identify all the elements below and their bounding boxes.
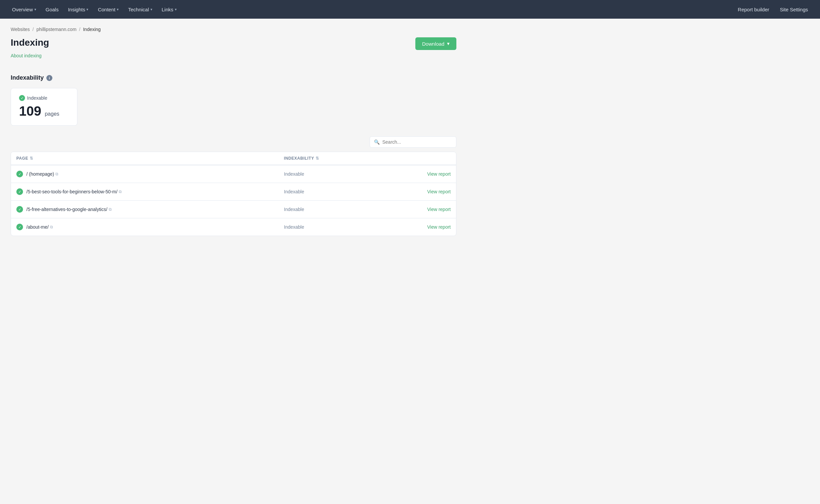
content-chevron-icon: ▾ (117, 7, 119, 12)
page-sort-icon[interactable]: ⇅ (30, 156, 33, 161)
table-header: PAGE ⇅ INDEXABILITY ⇅ (11, 152, 456, 165)
cell-action-2: View report (384, 206, 451, 212)
nav-item-insights[interactable]: Insights ▾ (64, 4, 93, 15)
cell-action-3: View report (384, 224, 451, 230)
page-title: Indexing (11, 37, 49, 48)
nav-item-goals[interactable]: Goals (42, 4, 63, 15)
cell-indexability-1: Indexable (284, 189, 384, 194)
nav-item-links[interactable]: Links ▾ (158, 4, 181, 15)
section-title: Indexability i (11, 74, 456, 81)
row-check-icon-1: ✓ (16, 188, 23, 195)
cell-indexability-0: Indexable (284, 171, 384, 177)
cell-indexability-3: Indexable (284, 224, 384, 230)
cell-indexability-2: Indexable (284, 207, 384, 212)
nav-item-site-settings[interactable]: Site Settings (776, 4, 812, 15)
about-indexing-link[interactable]: About indexing (11, 53, 42, 58)
breadcrumb-websites[interactable]: Websites (11, 27, 30, 32)
indexable-check-icon: ✓ (19, 95, 25, 101)
table-body: ✓ / (homepage) ⧉ Indexable View report ✓… (11, 165, 456, 236)
page-header: Indexing Download ▾ (11, 37, 456, 50)
info-icon[interactable]: i (46, 75, 52, 81)
search-input[interactable] (382, 139, 452, 145)
page-link-0: / (homepage) ⧉ (26, 171, 58, 177)
search-box: 🔍 (370, 136, 456, 148)
indexable-stat-card: ✓ Indexable 109 pages (11, 88, 77, 126)
download-button[interactable]: Download ▾ (415, 37, 456, 50)
technical-chevron-icon: ▾ (150, 7, 152, 12)
search-row: 🔍 (11, 136, 456, 148)
nav-item-technical[interactable]: Technical ▾ (124, 4, 156, 15)
indexability-section: Indexability i ✓ Indexable 109 pages 🔍 (11, 66, 456, 244)
view-report-link-0[interactable]: View report (427, 171, 451, 177)
nav-item-content[interactable]: Content ▾ (94, 4, 123, 15)
nav-item-overview[interactable]: Overview ▾ (8, 4, 40, 15)
stat-label: ✓ Indexable (19, 95, 69, 101)
cell-action-1: View report (384, 189, 451, 195)
view-report-link-1[interactable]: View report (427, 189, 451, 194)
view-report-link-3[interactable]: View report (427, 224, 451, 230)
breadcrumb-domain[interactable]: phillipstemann.com (36, 27, 76, 32)
external-link-icon-0[interactable]: ⧉ (55, 172, 58, 176)
download-chevron-icon: ▾ (447, 41, 450, 47)
cell-page-1: ✓ /5-best-seo-tools-for-beginners-below-… (16, 188, 284, 195)
indexability-sort-icon[interactable]: ⇅ (316, 156, 319, 161)
col-header-page: PAGE ⇅ (16, 156, 284, 161)
page-link-2: /5-free-alternatives-to-google-analytics… (26, 207, 112, 212)
search-icon: 🔍 (374, 139, 380, 145)
page-link-1: /5-best-seo-tools-for-beginners-below-50… (26, 189, 122, 194)
view-report-link-2[interactable]: View report (427, 207, 451, 212)
row-check-icon-3: ✓ (16, 224, 23, 230)
table-row: ✓ /5-best-seo-tools-for-beginners-below-… (11, 183, 456, 201)
cell-page-3: ✓ /about-me/ ⧉ (16, 224, 284, 230)
insights-chevron-icon: ▾ (86, 7, 88, 12)
cell-action-0: View report (384, 171, 451, 177)
links-chevron-icon: ▾ (175, 7, 177, 12)
external-link-icon-3[interactable]: ⧉ (50, 225, 53, 229)
page-link-3: /about-me/ ⧉ (26, 224, 53, 230)
stat-value: 109 pages (19, 104, 69, 119)
breadcrumb-current: Indexing (83, 27, 101, 32)
breadcrumb: Websites / phillipstemann.com / Indexing (11, 27, 456, 32)
table-row: ✓ / (homepage) ⧉ Indexable View report (11, 165, 456, 183)
pages-table: PAGE ⇅ INDEXABILITY ⇅ ✓ / (homepage) ⧉ I… (11, 152, 456, 236)
col-header-indexability: INDEXABILITY ⇅ (284, 156, 384, 161)
table-row: ✓ /about-me/ ⧉ Indexable View report (11, 218, 456, 236)
overview-chevron-icon: ▾ (34, 7, 36, 12)
col-header-action (384, 156, 451, 161)
row-check-icon-2: ✓ (16, 206, 23, 213)
nav-item-report-builder[interactable]: Report builder (734, 4, 773, 15)
breadcrumb-sep-1: / (32, 27, 34, 32)
row-check-icon-0: ✓ (16, 171, 23, 177)
cell-page-0: ✓ / (homepage) ⧉ (16, 171, 284, 177)
table-row: ✓ /5-free-alternatives-to-google-analyti… (11, 201, 456, 218)
breadcrumb-sep-2: / (79, 27, 80, 32)
nav-left: Overview ▾ Goals Insights ▾ Content ▾ Te… (8, 4, 181, 15)
main-content: Websites / phillipstemann.com / Indexing… (0, 19, 467, 252)
external-link-icon-2[interactable]: ⧉ (109, 207, 112, 212)
cell-page-2: ✓ /5-free-alternatives-to-google-analyti… (16, 206, 284, 213)
nav-right: Report builder Site Settings (734, 4, 812, 15)
navbar: Overview ▾ Goals Insights ▾ Content ▾ Te… (0, 0, 820, 19)
external-link-icon-1[interactable]: ⧉ (119, 189, 122, 194)
